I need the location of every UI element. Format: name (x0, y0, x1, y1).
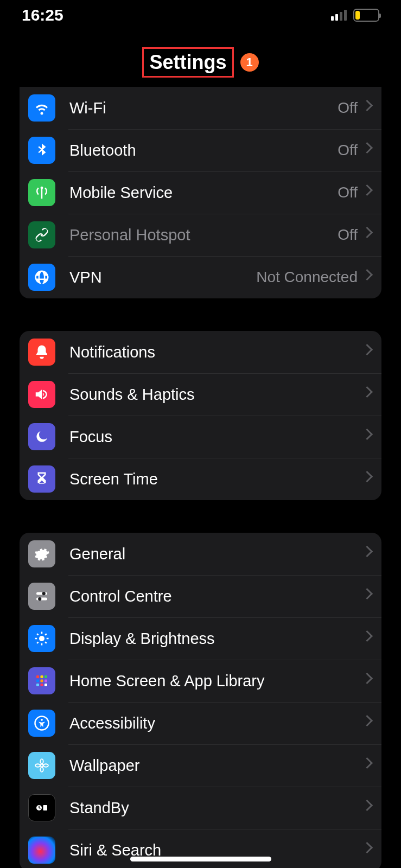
svg-rect-1 (36, 598, 47, 601)
speaker-icon (28, 381, 55, 408)
chevron-right-icon (363, 271, 371, 284)
settings-row-sounds-haptics[interactable]: Sounds & Haptics (20, 373, 381, 416)
chevron-right-icon (363, 228, 371, 241)
settings-row-siri-search[interactable]: Siri & Search (20, 829, 381, 868)
svg-rect-22 (43, 805, 48, 810)
chevron-right-icon (363, 388, 371, 401)
settings-row-personal-hotspot[interactable]: Personal HotspotOff (20, 214, 381, 256)
status-right (331, 9, 379, 22)
settings-row-general[interactable]: General (20, 533, 381, 575)
svg-rect-11 (36, 684, 39, 686)
row-label: Wi-Fi (69, 99, 338, 117)
svg-rect-5 (36, 675, 39, 678)
globe-icon (28, 264, 55, 291)
hourglass-icon (28, 465, 55, 493)
gear-icon (28, 540, 55, 567)
settings-row-screen-time[interactable]: Screen Time (20, 458, 381, 500)
row-value: Off (338, 226, 358, 244)
chevron-right-icon (363, 759, 371, 772)
settings-row-focus[interactable]: Focus (20, 416, 381, 458)
svg-rect-13 (44, 684, 47, 686)
row-label: Sounds & Haptics (69, 386, 363, 404)
chevron-right-icon (363, 430, 371, 443)
chevron-right-icon (363, 632, 371, 645)
battery-icon (353, 9, 379, 22)
svg-point-17 (40, 759, 43, 764)
status-time: 16:25 (22, 6, 63, 24)
row-label: StandBy (69, 799, 363, 817)
settings-group: GeneralControl CentreDisplay & Brightnes… (20, 533, 381, 868)
settings-row-mobile-service[interactable]: Mobile ServiceOff (20, 171, 381, 214)
home-indicator[interactable] (130, 857, 271, 861)
row-label: Display & Brightness (69, 630, 363, 648)
bell-icon (28, 339, 55, 366)
page-title: Settings (149, 51, 226, 73)
settings-row-notifications[interactable]: Notifications (20, 331, 381, 373)
row-label: Wallpaper (69, 757, 363, 775)
row-value: Not Connected (256, 269, 358, 286)
settings-row-vpn[interactable]: VPNNot Connected (20, 256, 381, 298)
settings-list[interactable]: Wi-FiOffBluetoothOffMobile ServiceOffPer… (0, 87, 401, 868)
chevron-right-icon (363, 590, 371, 603)
settings-row-bluetooth[interactable]: BluetoothOff (20, 129, 381, 171)
wifi-icon (28, 94, 55, 122)
accessibility-icon (28, 710, 55, 737)
notification-badge: 1 (240, 53, 259, 72)
row-label: Focus (69, 428, 363, 446)
svg-rect-10 (44, 680, 47, 682)
row-label: Control Centre (69, 588, 363, 605)
row-label: Personal Hotspot (69, 226, 338, 244)
svg-rect-7 (44, 675, 47, 678)
svg-rect-6 (41, 675, 43, 678)
row-label: Screen Time (69, 470, 363, 488)
row-label: Notifications (69, 343, 363, 361)
svg-rect-8 (36, 680, 39, 682)
settings-row-wallpaper[interactable]: Wallpaper (20, 744, 381, 787)
row-label: Home Screen & App Library (69, 672, 363, 690)
svg-point-4 (39, 636, 44, 641)
antenna-icon (28, 179, 55, 206)
settings-group: Wi-FiOffBluetoothOffMobile ServiceOffPer… (20, 87, 381, 298)
svg-point-3 (38, 597, 41, 601)
chevron-right-icon (363, 346, 371, 359)
nav-bar: Settings 1 (0, 38, 401, 87)
moon-icon (28, 423, 55, 450)
settings-group: NotificationsSounds & HapticsFocusScreen… (20, 331, 381, 500)
bluetooth-icon (28, 137, 55, 164)
svg-point-16 (41, 764, 43, 767)
svg-rect-12 (41, 684, 43, 686)
sun-icon (28, 625, 55, 652)
row-value: Off (338, 142, 358, 159)
cellular-signal-icon (331, 10, 347, 21)
svg-point-2 (42, 592, 46, 595)
svg-rect-0 (36, 592, 47, 595)
link-icon (28, 221, 55, 248)
chevron-right-icon (363, 717, 371, 730)
svg-point-20 (43, 764, 48, 767)
grid-icon (28, 667, 55, 694)
flower-icon (28, 752, 55, 779)
chevron-right-icon (363, 801, 371, 814)
settings-row-wi-fi[interactable]: Wi-FiOff (20, 87, 381, 129)
settings-row-accessibility[interactable]: Accessibility (20, 702, 381, 744)
chevron-right-icon (363, 101, 371, 114)
chevron-right-icon (363, 186, 371, 199)
settings-row-standby[interactable]: StandBy (20, 787, 381, 829)
standby-icon (28, 794, 55, 821)
status-bar: 16:25 (0, 0, 401, 30)
row-label: General (69, 545, 363, 563)
chevron-right-icon (363, 844, 371, 857)
chevron-right-icon (363, 144, 371, 157)
row-label: Bluetooth (69, 142, 338, 159)
settings-row-control-centre[interactable]: Control Centre (20, 575, 381, 617)
chevron-right-icon (363, 674, 371, 687)
row-label: VPN (69, 269, 256, 286)
sliders-icon (28, 583, 55, 610)
row-value: Off (338, 184, 358, 201)
svg-point-15 (41, 719, 43, 721)
settings-row-home-screen-app-library[interactable]: Home Screen & App Library (20, 660, 381, 702)
settings-row-display-brightness[interactable]: Display & Brightness (20, 617, 381, 660)
chevron-right-icon (363, 473, 371, 486)
row-label: Mobile Service (69, 184, 338, 202)
svg-point-19 (35, 764, 40, 767)
